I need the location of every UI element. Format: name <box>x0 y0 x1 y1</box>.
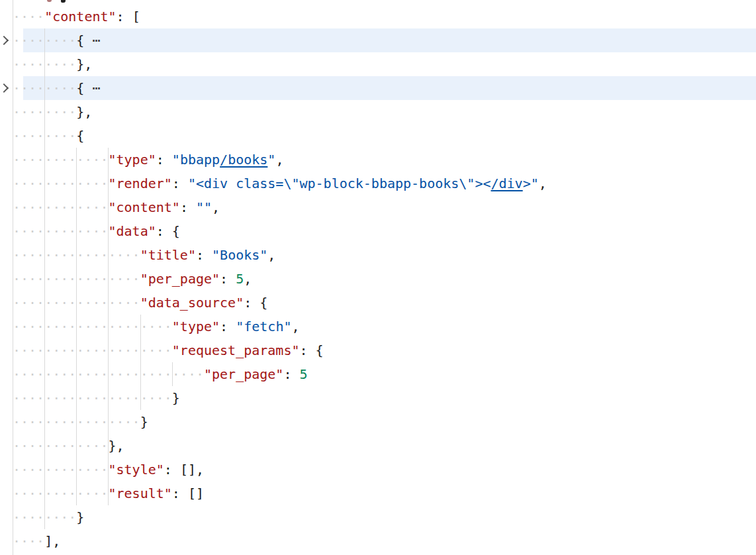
json-key: "per_page" <box>140 271 220 287</box>
code-line[interactable]: ············"content": "", <box>13 195 756 219</box>
code-line[interactable]: ············"result": [] <box>13 481 756 505</box>
json-punctuation: : { <box>156 223 180 239</box>
code-line[interactable]: ····················} <box>13 386 756 410</box>
json-punctuation: : { <box>244 295 267 311</box>
json-string: "bbapp <box>172 152 220 168</box>
code-line[interactable]: ············}, <box>13 434 756 458</box>
code-line-folded[interactable]: ········{ ⋯ <box>13 28 756 52</box>
leading-whitespace-dots: ················ <box>13 410 140 434</box>
code-line-folded[interactable]: ········{ ⋯ <box>13 76 756 100</box>
json-string-link: /books <box>220 152 267 168</box>
json-punctuation: : <box>156 152 172 168</box>
code-text-area[interactable]: ····"content": [········{ ⋯········},···… <box>0 0 756 553</box>
json-punctuation: , <box>267 247 275 263</box>
leading-whitespace-dots: ········ <box>13 505 76 529</box>
code-line[interactable]: ················"per_page": 5, <box>13 267 756 291</box>
leading-whitespace-dots: ················ <box>13 243 140 267</box>
json-key: "style" <box>109 462 164 478</box>
fold-chevron-icon[interactable] <box>0 83 9 93</box>
leading-whitespace-dots: ···················· <box>13 315 172 338</box>
leading-whitespace-dots: ············ <box>13 481 109 505</box>
json-key: "content" <box>109 199 180 215</box>
code-line[interactable]: ························"per_page": 5 <box>13 362 756 386</box>
json-punctuation: : { <box>299 342 323 358</box>
json-punctuation: : [ <box>117 9 140 25</box>
json-number: 5 <box>300 366 308 382</box>
json-punctuation: }, <box>76 56 92 72</box>
code-line[interactable]: ········}, <box>13 100 756 124</box>
json-punctuation: { <box>76 128 84 144</box>
json-key: "data" <box>109 223 156 239</box>
json-key: "data_source" <box>140 295 244 311</box>
json-punctuation: } <box>172 390 180 406</box>
leading-whitespace-dots: ············ <box>13 148 109 172</box>
code-line[interactable]: ····"content": [ <box>13 5 756 28</box>
json-string: "<div class=\"wp-block-bbapp-books\">< <box>188 176 491 191</box>
json-key: "per_page" <box>204 366 283 382</box>
json-key: "render" <box>109 176 172 191</box>
leading-whitespace-dots: ···················· <box>13 338 172 362</box>
code-line[interactable]: ····················"request_params": { <box>13 338 756 362</box>
code-line[interactable]: ················"title": "Books", <box>13 243 756 267</box>
json-punctuation: : <box>220 271 236 287</box>
fold-chevron-icon[interactable] <box>0 36 9 45</box>
leading-whitespace-dots: ········ <box>13 124 76 148</box>
leading-whitespace-dots: ········ <box>13 100 76 124</box>
json-string: >" <box>523 176 539 191</box>
leading-whitespace-dots: ········ <box>13 76 76 100</box>
json-punctuation: , <box>212 199 220 215</box>
json-key: "request_params" <box>172 342 300 358</box>
json-key: "type" <box>109 152 156 168</box>
json-punctuation: , <box>291 319 299 334</box>
leading-whitespace-dots: ················ <box>13 267 140 291</box>
code-editor[interactable]: ····"content": [········{ ⋯········},···… <box>0 0 756 555</box>
code-line[interactable]: ············"type": "bbapp/books", <box>13 148 756 172</box>
json-punctuation: } <box>76 509 84 525</box>
json-number: 5 <box>236 271 244 287</box>
json-punctuation: , <box>539 176 547 191</box>
code-line[interactable]: ····················"type": "fetch", <box>13 315 756 338</box>
code-line[interactable]: ············"style": [], <box>13 458 756 481</box>
json-punctuation: , <box>244 271 252 287</box>
code-line[interactable]: ············"data": { <box>13 219 756 243</box>
json-punctuation: : [] <box>172 485 204 501</box>
json-punctuation: , <box>275 152 283 168</box>
leading-whitespace-dots: ········ <box>13 28 76 52</box>
fold-ellipsis-icon[interactable]: ⋯ <box>92 32 99 48</box>
code-line[interactable]: ················} <box>13 410 756 434</box>
code-line[interactable]: ············"render": "<div class=\"wp-b… <box>13 172 756 195</box>
json-punctuation: : <box>180 199 196 215</box>
json-key: "result" <box>109 485 172 501</box>
leading-whitespace-dots: ···················· <box>13 386 172 410</box>
json-punctuation: ], <box>44 533 60 549</box>
code-line[interactable]: ····], <box>13 529 756 553</box>
json-punctuation: : <box>220 319 236 334</box>
code-line[interactable]: ················"data_source": { <box>13 291 756 315</box>
code-line[interactable]: ········} <box>13 505 756 529</box>
leading-whitespace-dots: ············ <box>13 195 109 219</box>
code-line[interactable]: ········}, <box>13 52 756 76</box>
json-punctuation: : <box>196 247 212 263</box>
json-string: "Books" <box>212 247 267 263</box>
leading-whitespace-dots: ············ <box>13 458 109 481</box>
leading-whitespace-dots: ············ <box>13 434 109 458</box>
json-punctuation: : [], <box>164 462 204 478</box>
json-key: "title" <box>140 247 196 263</box>
leading-whitespace-dots: ········ <box>13 52 76 76</box>
json-string-link: /div <box>491 176 522 191</box>
leading-whitespace-dots: ············ <box>13 219 109 243</box>
fold-ellipsis-icon[interactable]: ⋯ <box>92 80 99 96</box>
json-string: "fetch" <box>236 319 291 334</box>
json-punctuation: { <box>76 80 92 96</box>
json-punctuation: } <box>140 414 148 430</box>
leading-whitespace-dots: ························ <box>13 362 204 386</box>
json-punctuation: }, <box>76 104 92 120</box>
json-punctuation: { <box>76 32 92 48</box>
code-line[interactable]: ········{ <box>13 124 756 148</box>
json-key: "content" <box>44 9 116 25</box>
json-string: "" <box>196 199 212 215</box>
leading-whitespace-dots: ············ <box>13 172 109 195</box>
json-punctuation: : <box>172 176 188 191</box>
json-punctuation: }, <box>109 438 124 454</box>
json-punctuation: : <box>283 366 299 382</box>
